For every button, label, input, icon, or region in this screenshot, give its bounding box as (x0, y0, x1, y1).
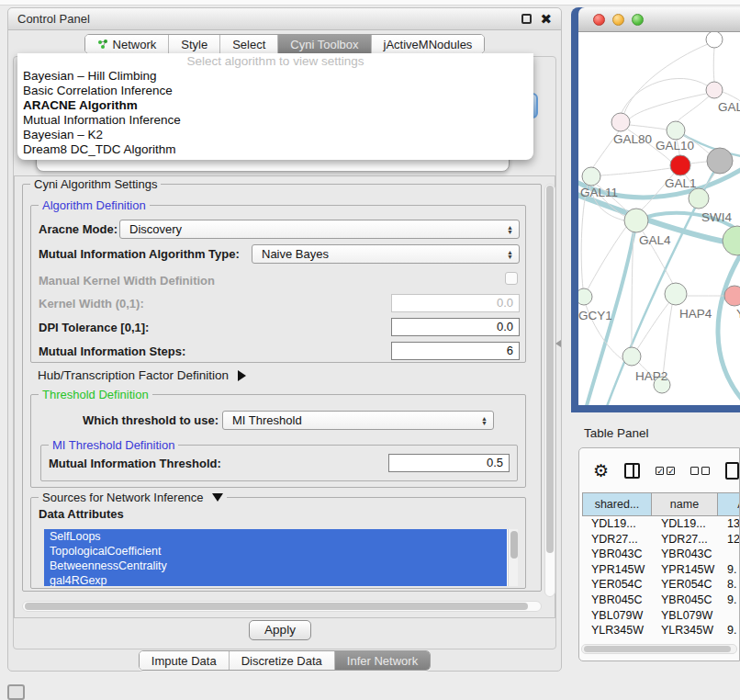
network-edge[interactable] (713, 48, 714, 82)
minimize-traffic-light-icon[interactable] (612, 14, 624, 26)
network-edge[interactable] (588, 227, 626, 289)
mi-algorithm-type-select[interactable]: Naive Bayes ▲▼ (252, 244, 520, 264)
which-threshold-select[interactable]: MI Threshold ▲▼ (222, 411, 494, 430)
columns-icon[interactable] (624, 463, 640, 479)
apply-button[interactable]: Apply (249, 620, 311, 640)
table-row[interactable]: YDR27...YDR27...12 (582, 532, 740, 548)
network-edge[interactable] (630, 94, 706, 119)
manual-kernel-width-checkbox[interactable] (505, 272, 518, 285)
network-node[interactable] (670, 155, 690, 175)
which-threshold-value: MI Threshold (232, 413, 302, 427)
column-header[interactable]: shared... (582, 492, 652, 516)
deselect-all-checks-icon[interactable] (690, 467, 710, 475)
table-row[interactable]: YBR043CYBR043C (582, 547, 740, 562)
network-node[interactable] (707, 148, 733, 174)
algorithm-option[interactable]: Bayesian – K2 (17, 128, 533, 142)
kernel-width-label: Kernel Width (0,1): (39, 297, 144, 310)
column-header[interactable]: name (652, 492, 718, 516)
mi-algorithm-type-value: Naive Bayes (262, 247, 329, 261)
table-row[interactable]: YER054CYER054C8. (582, 577, 740, 593)
network-edge[interactable] (678, 96, 709, 121)
algorithm-option[interactable]: ARACNE Algorithm (17, 98, 533, 113)
network-edge[interactable] (630, 125, 667, 130)
expanded-arrow-icon[interactable] (212, 493, 223, 502)
table-horizontal-scrollbar[interactable] (581, 644, 737, 654)
algorithm-option[interactable]: Mutual Information Inference (17, 113, 533, 128)
table-panel: ⚙︎ ✓✓ shared...nameA YDL19...YDL19...13Y… (578, 447, 740, 661)
tab-discretize-data[interactable]: Discretize Data (229, 651, 334, 670)
table-row[interactable]: YBL079WYBL079W (582, 608, 740, 624)
network-edge[interactable] (600, 168, 670, 175)
algorithm-option[interactable]: Basic Correlation Inference (17, 84, 533, 98)
table-row[interactable]: YBR045CYBR045C9. (582, 593, 740, 608)
network-node[interactable] (723, 226, 740, 255)
node-label: SWI4 (701, 210, 732, 224)
mi-algorithm-type-label: Mutual Information Algorithm Type: (39, 247, 240, 261)
tab-cyni-toolbox[interactable]: Cyni Toolbox (277, 35, 370, 53)
network-node[interactable] (665, 283, 687, 305)
network-node[interactable] (578, 288, 592, 305)
network-node[interactable] (582, 167, 600, 186)
tab-style[interactable]: Style (168, 35, 219, 53)
network-edge[interactable] (690, 162, 708, 164)
table-row[interactable]: YLR345WYLR345W9. (582, 623, 740, 638)
table-row[interactable]: YPR145WYPR145W9. (582, 562, 740, 578)
tab-impute-data[interactable]: Impute Data (140, 651, 229, 670)
table-cell (718, 547, 740, 562)
kernel-width-field[interactable]: 0.0 (391, 294, 520, 312)
network-node[interactable] (724, 286, 740, 306)
new-table-icon[interactable] (725, 462, 739, 480)
network-canvas[interactable]: GALGAL80GAL10GAL1GAL11SWI4GAL4GCY1HAP4YH… (578, 32, 740, 405)
network-window-titlebar[interactable] (578, 7, 740, 32)
gear-icon[interactable]: ⚙︎ (593, 460, 609, 481)
algorithm-option[interactable]: Bayesian – Hill Climbing (17, 69, 533, 84)
node-label: HAP4 (679, 307, 712, 321)
attributes-scrollbar[interactable] (508, 529, 518, 586)
network-edge[interactable] (663, 305, 672, 377)
close-panel-icon[interactable]: ✖ (540, 14, 552, 24)
algorithm-option[interactable]: Dream8 DC_TDC Algorithm (17, 142, 533, 157)
bottom-tabbar: Impute DataDiscretize DataInfer Network (8, 650, 561, 671)
mi-steps-field[interactable]: 6 (391, 342, 520, 360)
table-row[interactable]: YDL19...YDL19...13 (582, 516, 740, 532)
tab-select[interactable]: Select (219, 35, 277, 53)
node-label: Y (736, 307, 740, 321)
network-node[interactable] (706, 32, 723, 48)
dpi-tolerance-field[interactable]: 0.0 (391, 318, 520, 336)
data-attribute-item[interactable]: TopologicalCoefficient (44, 544, 507, 559)
column-header[interactable]: A (718, 492, 740, 516)
data-attributes-list[interactable]: SelfLoopsTopologicalCoefficientBetweenne… (44, 529, 518, 586)
network-node[interactable] (624, 209, 648, 232)
settings-vertical-scrollbar[interactable] (544, 184, 555, 597)
data-attribute-item[interactable]: gal4RGexp (44, 573, 507, 586)
mi-threshold-field[interactable]: 0.5 (388, 454, 510, 472)
minimized-panel-icon[interactable] (7, 684, 25, 700)
zoom-traffic-light-icon[interactable] (632, 14, 644, 26)
network-node[interactable] (611, 113, 630, 131)
close-traffic-light-icon[interactable] (593, 14, 605, 26)
data-attribute-item[interactable]: BetweennessCentrality (44, 559, 507, 573)
network-node[interactable] (706, 82, 723, 98)
network-node[interactable] (689, 188, 709, 209)
table-cell: 9 (718, 638, 740, 641)
splitter-collapse-icon[interactable] (555, 340, 561, 347)
control-panel-titlebar: Control Panel ✖ (8, 8, 561, 30)
network-edge-highlighted[interactable] (718, 253, 740, 401)
node-label: GAL4 (639, 233, 671, 247)
network-edge[interactable] (637, 302, 669, 349)
hub-definition-toggle[interactable]: Hub/Transcription Factor Definition (38, 368, 246, 382)
network-node[interactable] (667, 121, 685, 140)
tab-infer-network[interactable]: Infer Network (334, 651, 430, 670)
tab-network[interactable]: Network (85, 35, 169, 53)
settings-horizontal-scrollbar[interactable] (22, 601, 542, 612)
sources-title: Sources for Network Inference (39, 491, 227, 504)
select-all-checks-icon[interactable]: ✓✓ (656, 467, 675, 475)
data-attribute-item[interactable]: SelfLoops (44, 529, 507, 544)
cyni-settings-frame: Cyni Algorithm Settings Algorithm Defini… (14, 175, 555, 618)
table-cell: YIL052C (582, 638, 652, 641)
float-panel-icon[interactable] (521, 14, 532, 24)
aracne-mode-select[interactable]: Discovery ▲▼ (119, 220, 520, 239)
network-node[interactable] (622, 347, 641, 366)
table-row[interactable]: YIL052CYIL052C9 (582, 638, 740, 641)
tab-jactivemnodules[interactable]: jActiveMNodules (371, 35, 485, 53)
